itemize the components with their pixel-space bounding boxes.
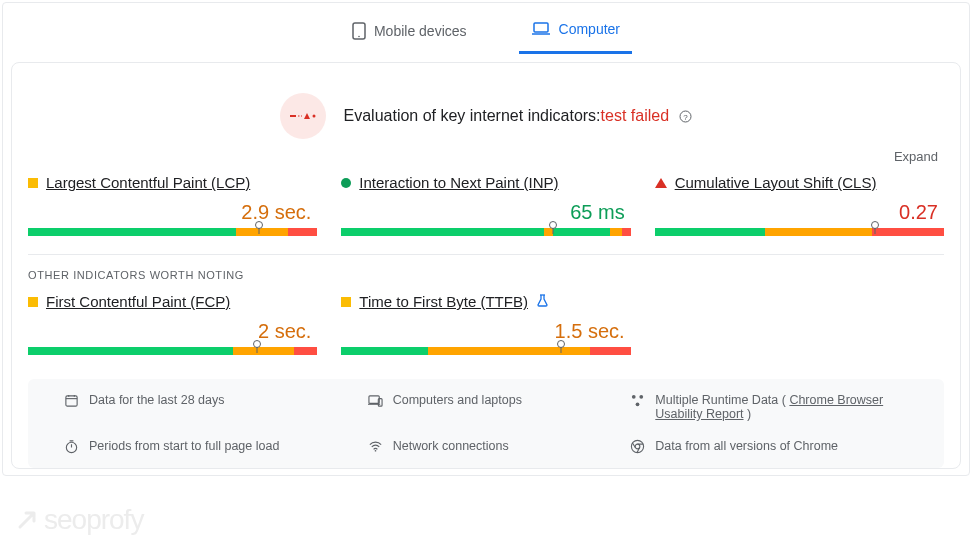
metric-fcp: First Contentful Paint (FCP) 2 sec. xyxy=(28,293,317,355)
metric-inp-name[interactable]: Interaction to Next Paint (INP) xyxy=(359,174,558,191)
svg-point-13 xyxy=(374,450,376,452)
bar-pin-icon xyxy=(557,340,565,348)
mobile-icon xyxy=(352,22,366,40)
svg-point-3 xyxy=(312,115,315,118)
svg-point-10 xyxy=(640,395,644,399)
device-icon xyxy=(368,393,383,408)
metric-ttfb: Time to First Byte (TTFB) 1.5 sec. xyxy=(341,293,630,355)
svg-rect-6 xyxy=(66,396,77,406)
vitals-card: Evaluation of key internet indicators:te… xyxy=(11,62,961,469)
hero: Evaluation of key internet indicators:te… xyxy=(28,79,944,145)
device-tabs: Mobile devices Computer xyxy=(3,3,969,54)
metric-empty xyxy=(655,293,944,355)
watermark: seoprofy xyxy=(14,504,143,536)
metric-inp: Interaction to Next Paint (INP) 65 ms xyxy=(341,174,630,236)
metric-fcp-name[interactable]: First Contentful Paint (FCP) xyxy=(46,293,230,310)
status-dot-green-icon xyxy=(341,178,351,188)
laptop-icon xyxy=(531,21,551,37)
expand-link[interactable]: Expand xyxy=(894,149,938,164)
lab-flask-icon xyxy=(536,294,549,310)
metric-inp-bar xyxy=(341,228,630,236)
nodes-icon xyxy=(630,393,645,408)
footer-network: Network connections xyxy=(393,439,509,453)
bar-pin-icon xyxy=(871,221,879,229)
svg-text:?: ? xyxy=(684,113,689,122)
status-triangle-red-icon xyxy=(655,178,667,188)
info-icon[interactable]: ? xyxy=(679,110,692,123)
metric-ttfb-name[interactable]: Time to First Byte (TTFB) xyxy=(359,293,528,310)
hero-title: Evaluation of key internet indicators:te… xyxy=(344,107,693,125)
footer-period: Data for the last 28 days xyxy=(89,393,225,407)
footer-timing: Periods from start to full page load xyxy=(89,439,279,453)
status-square-orange-icon xyxy=(28,178,38,188)
metric-lcp-value: 2.9 sec. xyxy=(28,201,317,224)
tab-mobile[interactable]: Mobile devices xyxy=(340,13,479,54)
metric-fcp-value: 2 sec. xyxy=(28,320,317,343)
footer-report: Multiple Runtime Data ( Chrome Browser U… xyxy=(655,393,918,421)
other-metrics: First Contentful Paint (FCP) 2 sec. Time… xyxy=(28,293,944,373)
calendar-icon xyxy=(64,393,79,408)
footer-info: Data for the last 28 days Computers and … xyxy=(28,379,944,468)
svg-point-11 xyxy=(636,402,640,406)
metric-cls-value: 0.27 xyxy=(655,201,944,224)
svg-point-1 xyxy=(358,35,360,37)
status-fail-icon xyxy=(280,93,326,139)
tab-mobile-label: Mobile devices xyxy=(374,23,467,39)
metric-cls-bar xyxy=(655,228,944,236)
other-section-label: OTHER INDICATORS WORTH NOTING xyxy=(28,269,944,281)
svg-rect-7 xyxy=(369,396,379,404)
tab-computer[interactable]: Computer xyxy=(519,13,632,54)
footer-chrome: Data from all versions of Chrome xyxy=(655,439,838,453)
hero-status-text: test failed xyxy=(601,107,669,124)
metric-ttfb-bar xyxy=(341,347,630,355)
svg-point-9 xyxy=(632,395,636,399)
svg-rect-8 xyxy=(378,399,382,407)
bar-pin-icon xyxy=(253,340,261,348)
tab-computer-label: Computer xyxy=(559,21,620,37)
divider xyxy=(28,254,944,255)
status-square-orange-icon xyxy=(341,297,351,307)
svg-rect-2 xyxy=(534,23,548,32)
hero-title-text: Evaluation of key internet indicators: xyxy=(344,107,601,124)
metric-lcp: Largest Contentful Paint (LCP) 2.9 sec. xyxy=(28,174,317,236)
bar-pin-icon xyxy=(255,221,263,229)
bar-pin-icon xyxy=(549,221,557,229)
status-square-orange-icon xyxy=(28,297,38,307)
metric-inp-value: 65 ms xyxy=(341,201,630,224)
stopwatch-icon xyxy=(64,439,79,454)
metric-ttfb-value: 1.5 sec. xyxy=(341,320,630,343)
metric-fcp-bar xyxy=(28,347,317,355)
chrome-icon xyxy=(630,439,645,454)
wifi-icon xyxy=(368,439,383,454)
metric-cls: Cumulative Layout Shift (CLS) 0.27 xyxy=(655,174,944,236)
metric-lcp-bar xyxy=(28,228,317,236)
footer-device: Computers and laptops xyxy=(393,393,522,407)
core-metrics: Largest Contentful Paint (LCP) 2.9 sec. … xyxy=(28,174,944,254)
metric-cls-name[interactable]: Cumulative Layout Shift (CLS) xyxy=(675,174,877,191)
metric-lcp-name[interactable]: Largest Contentful Paint (LCP) xyxy=(46,174,250,191)
